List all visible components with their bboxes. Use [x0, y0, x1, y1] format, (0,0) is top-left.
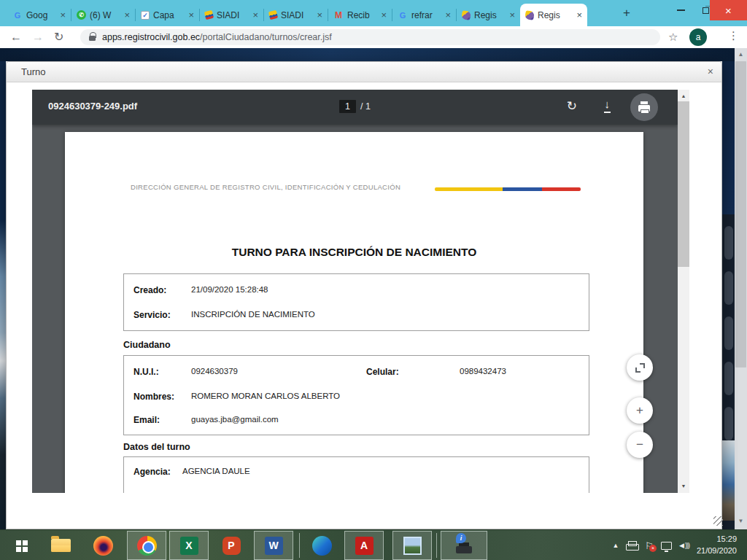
tab-label: SIADI	[281, 10, 313, 20]
printer-with-info-icon: i	[453, 536, 475, 555]
lock-icon	[89, 36, 96, 41]
document-header-text: DIRECCIÓN GENERAL DE REGISTRO CIVIL, IDE…	[131, 183, 400, 191]
tab-close-icon[interactable]: ×	[509, 10, 515, 20]
tab-label: SIADI	[217, 10, 249, 20]
turno-box: Agencia: AGENCIA DAULE	[123, 456, 589, 493]
tab-close-icon[interactable]: ×	[576, 10, 582, 20]
tab-registro-active[interactable]: Regis ×	[520, 4, 587, 26]
print-button[interactable]	[630, 93, 658, 121]
tab-label: Recib	[347, 10, 377, 20]
zoom-in-button[interactable]: +	[627, 397, 653, 424]
webpage-photo-sliver	[722, 440, 735, 521]
tab-label: Regis	[474, 10, 506, 20]
tab-capacitacion[interactable]: ✓ Capa ×	[136, 4, 199, 26]
tab-close-icon[interactable]: ×	[252, 10, 258, 20]
printer-dialog-button[interactable]: i	[441, 531, 487, 560]
window-minimize-button[interactable]	[668, 0, 693, 20]
firefox-icon	[93, 536, 113, 556]
reload-icon[interactable]: ↻	[54, 31, 63, 43]
file-explorer-button[interactable]	[41, 531, 80, 560]
taskbar-clock[interactable]: 15:29 21/09/2020	[697, 534, 737, 557]
photos-button[interactable]	[392, 531, 432, 560]
scroll-up-icon[interactable]: ▲	[735, 50, 747, 60]
webpage-menu-button-sliver	[724, 271, 733, 305]
window-close-button[interactable]: ×	[710, 0, 747, 20]
nombres-label: Nombres:	[133, 392, 174, 402]
download-icon[interactable]: ↓	[604, 97, 611, 113]
dialog-close-icon[interactable]: ×	[708, 66, 713, 77]
creation-box: Creado: 21/09/2020 15:28:48 Servicio: IN…	[123, 273, 589, 331]
pdf-page-input[interactable]: 1	[339, 100, 356, 113]
webpage-menu-button-sliver	[724, 226, 733, 260]
browser-menu-icon[interactable]: ⋮	[728, 29, 739, 42]
pdf-page-indicator: 1/ 1	[32, 100, 678, 113]
url-text: apps.registrocivil.gob.ec/portalCiudadan…	[102, 32, 332, 42]
new-tab-button[interactable]: +	[617, 4, 636, 22]
show-hidden-icons-caret[interactable]: ▲	[612, 542, 619, 549]
tray-network-icon[interactable]	[661, 542, 672, 550]
browser-tab-bar: G Goog × ✆ (6) W × ✓ Capa × SIADI ×	[0, 0, 747, 26]
address-bar[interactable]: apps.registrocivil.gob.ec/portalCiudadan…	[80, 29, 660, 45]
tab-close-icon[interactable]: ×	[445, 10, 451, 20]
ecuador-flag-line	[435, 187, 581, 191]
pdf-canvas-area[interactable]: DIRECCIÓN GENERAL DE REGISTRO CIVIL, IDE…	[32, 125, 678, 493]
fit-to-page-button[interactable]	[627, 354, 653, 381]
tab-label: refrar	[411, 10, 441, 20]
tab-registro-1[interactable]: Regis ×	[457, 4, 520, 26]
creado-label: Creado:	[133, 285, 166, 295]
creado-value: 21/09/2020 15:28:48	[191, 285, 268, 294]
tab-close-icon[interactable]: ×	[124, 10, 130, 20]
tab-siadi-1[interactable]: SIADI ×	[200, 4, 263, 26]
webpage-menu-button-sliver	[724, 316, 733, 350]
tab-label: Capa	[153, 10, 185, 20]
email-label: Email:	[133, 415, 160, 425]
tray-printer-icon[interactable]	[626, 541, 638, 551]
dialog-resize-handle[interactable]	[713, 516, 723, 526]
url-path: /portalCiudadano/turnos/crear.jsf	[200, 32, 332, 42]
tab-gmail[interactable]: M Recib ×	[328, 4, 392, 26]
pdf-toolbar: 0924630379-249.pdf 1/ 1 ↻ ↓	[32, 90, 678, 125]
speaker-cone-glyph: ◀	[679, 542, 684, 549]
acrobat-button[interactable]: A	[344, 531, 384, 560]
tab-close-icon[interactable]: ×	[317, 10, 322, 20]
tab-close-icon[interactable]: ×	[60, 10, 66, 20]
pdf-viewer: 0924630379-249.pdf 1/ 1 ↻ ↓ DIRECCIÓN GE…	[32, 90, 689, 493]
page-scrollbar-thumb[interactable]	[735, 61, 746, 368]
firefox-button[interactable]	[83, 531, 123, 560]
powerpoint-button[interactable]: P	[212, 531, 251, 560]
excel-button[interactable]: X	[169, 531, 209, 560]
nui-value: 0924630379	[191, 367, 238, 376]
pdf-scrollbar-thumb[interactable]	[678, 101, 689, 267]
tray-flag-alert-icon[interactable]: ⚐×	[645, 540, 654, 551]
dialog-header[interactable]: Turno ×	[7, 62, 721, 82]
pdf-scrollbar[interactable]: ▲ ▼	[678, 90, 689, 493]
tab-close-icon[interactable]: ×	[381, 10, 387, 20]
taskbar-separator	[436, 533, 437, 558]
forward-icon[interactable]: →	[32, 31, 44, 43]
gmail-favicon-icon: M	[333, 10, 344, 20]
chrome-button[interactable]	[127, 531, 166, 560]
pdf-scroll-up-icon[interactable]: ▲	[678, 91, 689, 101]
start-button[interactable]	[1, 531, 41, 560]
profile-avatar[interactable]: a	[689, 28, 707, 46]
tab-google-2[interactable]: G refrar ×	[392, 4, 456, 26]
servicio-value: INSCRIPCIÓN DE NACIMIENTO	[191, 310, 315, 319]
download-arrow-glyph: ↓	[604, 98, 611, 113]
edge-button[interactable]	[302, 531, 341, 560]
back-icon[interactable]: ←	[10, 31, 22, 43]
rotate-icon[interactable]: ↻	[567, 98, 577, 114]
webpage-background-right	[722, 61, 735, 529]
photo-viewer-icon	[403, 537, 422, 555]
tab-close-icon[interactable]: ×	[188, 10, 194, 20]
google-favicon-icon: G	[12, 10, 23, 20]
pdf-scroll-down-icon[interactable]: ▼	[678, 481, 689, 491]
bookmark-star-icon[interactable]: ☆	[668, 31, 678, 44]
zoom-out-button[interactable]: −	[627, 432, 653, 458]
tab-google-1[interactable]: G Goog ×	[7, 4, 71, 26]
tray-volume-icon[interactable]: ◀)))	[679, 542, 689, 549]
tab-siadi-2[interactable]: SIADI ×	[264, 4, 328, 26]
word-button[interactable]: W	[254, 531, 293, 560]
page-scrollbar[interactable]: ▲ ▼	[735, 48, 747, 529]
tab-whatsapp[interactable]: ✆ (6) W ×	[71, 4, 135, 26]
scroll-down-icon[interactable]: ▼	[735, 516, 747, 526]
